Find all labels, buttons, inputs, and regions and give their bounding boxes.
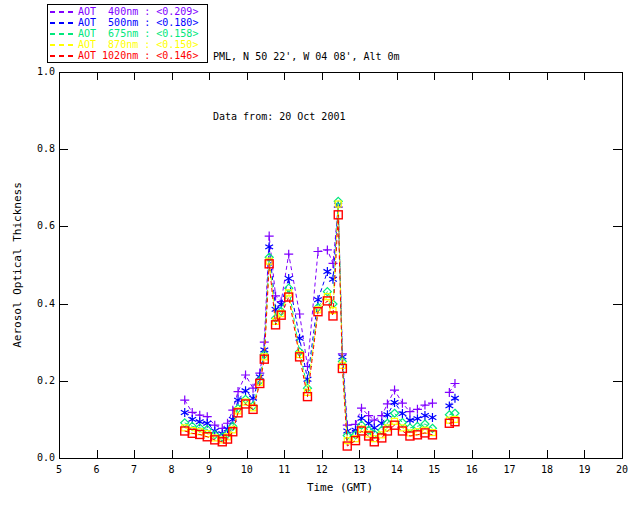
legend-dash-sample	[50, 44, 76, 46]
x-tick-label: 19	[578, 464, 590, 475]
asterisk-marker	[445, 401, 453, 410]
plus-marker	[284, 250, 293, 259]
legend-label: AOT 500nm : <0.180>	[78, 18, 198, 28]
asterisk-marker	[196, 417, 204, 426]
labels-layer: Time (GMT) Aerosol Optical Thickness	[11, 182, 373, 494]
series-line	[185, 215, 455, 446]
x-tick-label: 10	[241, 464, 253, 475]
plus-marker	[428, 399, 437, 408]
legend-row: AOT 1020nm : <0.146>	[50, 50, 207, 61]
plus-marker	[413, 405, 422, 414]
plus-marker	[241, 371, 250, 380]
asterisk-marker	[181, 408, 189, 417]
x-tick-label: 12	[316, 464, 328, 475]
legend-rows: AOT 400nm : <0.209>AOT 500nm : <0.180>AO…	[50, 7, 207, 61]
plus-marker	[323, 245, 332, 254]
legend-row: AOT 500nm : <0.180>	[50, 18, 207, 29]
x-tick-label: 7	[131, 464, 137, 475]
series-markers	[181, 197, 459, 441]
plus-marker	[450, 379, 459, 388]
asterisk-marker	[421, 411, 429, 420]
x-tick-label: 15	[428, 464, 440, 475]
asterisk-marker	[323, 267, 331, 276]
plus-marker	[234, 387, 243, 396]
plus-marker	[295, 310, 304, 319]
legend-row: AOT 870nm : <0.150>	[50, 39, 207, 50]
series-aot-675nm	[181, 197, 459, 441]
square-small-marker	[407, 430, 413, 436]
series-line	[185, 207, 455, 428]
asterisk-marker	[265, 242, 273, 251]
legend-dash-sample	[50, 11, 76, 13]
asterisk-marker	[329, 275, 337, 284]
series-line	[185, 204, 455, 441]
x-tick-label: 8	[169, 464, 175, 475]
legend-box: AOT 400nm : <0.209>AOT 500nm : <0.180>AO…	[47, 4, 208, 63]
plus-marker	[420, 401, 429, 410]
legend-label: AOT 675nm : <0.158>	[78, 29, 198, 39]
x-tick-label: 18	[541, 464, 553, 475]
series-markers	[182, 201, 458, 444]
x-tick-label: 14	[391, 464, 403, 475]
y-tick-label: 0.6	[37, 220, 55, 231]
y-tick-label: 0.2	[37, 375, 55, 386]
header-site-line: PML, N 50 22', W 04 08', Alt 0m	[213, 47, 400, 67]
x-tick-label: 6	[94, 464, 100, 475]
plus-marker	[265, 232, 274, 241]
series-aot-500nm	[181, 201, 459, 439]
series-markers	[181, 201, 459, 439]
plus-marker	[313, 247, 322, 256]
header-block: PML, N 50 22', W 04 08', Alt 0m Data fro…	[213, 7, 400, 167]
header-date-line: Data from: 20 Oct 2001	[213, 107, 400, 127]
plus-marker	[445, 388, 454, 397]
x-tick-label: 5	[56, 464, 62, 475]
x-tick-label: 17	[503, 464, 515, 475]
series-layer	[180, 197, 459, 450]
y-tick-label: 0.8	[37, 143, 55, 154]
plus-marker	[180, 396, 189, 405]
series-line	[185, 201, 455, 437]
asterisk-marker	[399, 409, 407, 418]
series-aot-870nm	[182, 201, 458, 444]
legend-label: AOT 870nm : <0.150>	[78, 40, 198, 50]
x-tick-label: 16	[466, 464, 478, 475]
legend-dash-sample	[50, 55, 76, 57]
y-axis-title: Aerosol Optical Thickness	[11, 182, 24, 348]
aot-plot-page: 5678910111213141516171819200.00.20.40.60…	[0, 0, 640, 512]
legend-row: AOT 675nm : <0.158>	[50, 29, 207, 40]
asterisk-marker	[451, 394, 459, 403]
x-tick-label: 13	[353, 464, 365, 475]
legend-label: AOT 400nm : <0.209>	[78, 7, 198, 17]
y-tick-label: 1.0	[37, 66, 55, 77]
x-axis-title: Time (GMT)	[307, 481, 373, 494]
legend-label: AOT 1020nm : <0.146>	[78, 51, 198, 61]
legend-row: AOT 400nm : <0.209>	[50, 7, 207, 18]
asterisk-marker	[429, 413, 437, 422]
asterisk-marker	[384, 410, 392, 419]
plus-marker	[390, 386, 399, 395]
y-tick-label: 0.0	[37, 452, 55, 463]
x-tick-label: 11	[278, 464, 290, 475]
series-line	[185, 205, 455, 434]
x-tick-label: 9	[206, 464, 212, 475]
legend-dash-sample	[50, 22, 76, 24]
y-tick-label: 0.4	[37, 298, 55, 309]
asterisk-marker	[285, 274, 293, 283]
x-tick-label: 20	[616, 464, 628, 475]
series-aot-400nm	[180, 203, 459, 433]
legend-dash-sample	[50, 33, 76, 35]
series-markers	[180, 203, 459, 433]
